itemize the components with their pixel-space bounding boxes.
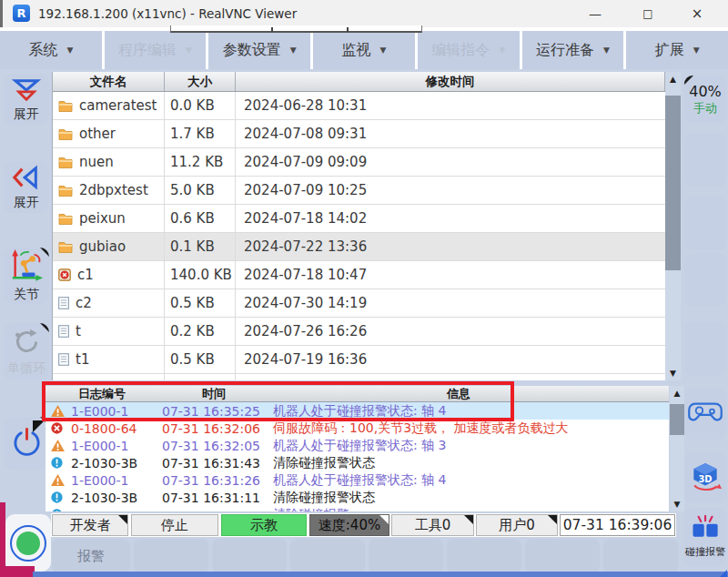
file-name-cell[interactable]: t xyxy=(53,318,165,345)
file-time-cell: 2024-07-19 16:36 xyxy=(236,346,665,373)
chevron-down-icon: ▼ xyxy=(603,46,610,55)
scroll-thumb[interactable] xyxy=(670,404,684,435)
folder-icon xyxy=(58,128,73,140)
gamepad-button[interactable] xyxy=(684,389,726,440)
menu-参数设置[interactable]: 参数设置▼ xyxy=(208,31,310,69)
scroll-up-icon[interactable]: ▲ xyxy=(670,72,676,86)
file-name-cell[interactable]: peixun xyxy=(53,205,165,232)
log-row[interactable]: 1-E000-107-31 16:35:25机器人处于碰撞报警状态: 轴 4 xyxy=(46,402,669,420)
speed-button[interactable]: 速度:40% xyxy=(309,514,389,536)
right-empty-button[interactable] xyxy=(684,197,726,250)
file-scrollbar[interactable]: ▲ ▼ xyxy=(665,72,681,380)
log-row[interactable]: 1-E000-107-31 16:31:26机器人处于碰撞报警状态: 轴 4 xyxy=(46,471,669,489)
log-row[interactable]: 0-1800-6407-31 16:32:06伺服故障码：100,关节3过载， … xyxy=(46,420,669,437)
file-name: t xyxy=(76,323,81,339)
maximize-button[interactable]: □ xyxy=(628,0,668,27)
file-column-header[interactable]: 文件名 xyxy=(53,72,165,91)
bottom-empty-button[interactable] xyxy=(603,539,678,573)
file-name-cell[interactable]: other xyxy=(53,120,165,147)
menu-label: 运行准备 xyxy=(536,41,594,60)
file-column-header[interactable]: 大小 xyxy=(165,72,236,91)
menu-系统[interactable]: 系统▼ xyxy=(0,31,102,69)
stop-button[interactable]: 停止 xyxy=(131,514,218,536)
file-name-cell[interactable]: nuen xyxy=(53,148,165,176)
file-name-cell[interactable]: gubiao xyxy=(53,233,165,260)
log-time: 07-31 16:32:05 xyxy=(162,439,273,453)
menu-编辑指令: 编辑指令▼ xyxy=(418,31,520,69)
locked-icon xyxy=(58,268,71,281)
menu-监视[interactable]: 监视▼ xyxy=(313,31,415,69)
log-time: 07-31 16:31:43 xyxy=(162,456,273,471)
close-button[interactable]: × xyxy=(677,0,717,27)
file-name-cell[interactable]: cameratest xyxy=(53,92,165,119)
view-3d-button[interactable]: 3D xyxy=(684,452,726,503)
menubar: 系统▼程序编辑▼参数设置▼监视▼编辑指令▼运行准备▼扩展▼ xyxy=(0,27,728,69)
file-name-cell[interactable]: c1 xyxy=(53,261,165,288)
speed-mode-button[interactable]: 40%手动 xyxy=(684,76,726,123)
teach-mode-button[interactable]: 示教 xyxy=(221,514,307,536)
file-row-t[interactable]: t0.2 KB2024-07-26 16:26 xyxy=(53,318,665,346)
file-row-gubiao[interactable]: gubiao0.1 KB2024-07-22 13:36 xyxy=(53,233,665,261)
file-time-cell: 2024-07-09 09:09 xyxy=(236,148,665,176)
file-name-cell[interactable]: test_chao xyxy=(53,374,165,380)
error-icon xyxy=(51,422,71,434)
file-row-other[interactable]: other1.7 KB2024-07-08 09:31 xyxy=(53,120,665,148)
scroll-thumb[interactable] xyxy=(665,96,681,270)
file-row-peixun[interactable]: peixun0.6 KB2024-07-18 14:02 xyxy=(53,205,665,233)
bottom-empty-button[interactable] xyxy=(290,539,365,573)
3d-rotate-icon: 3D xyxy=(688,461,723,495)
file-row-t1[interactable]: t10.5 KB2024-07-19 16:36 xyxy=(53,346,665,374)
file-row-c2[interactable]: c20.5 KB2024-07-30 14:19 xyxy=(53,289,665,318)
green-start-icon xyxy=(10,525,46,562)
menu-扩展[interactable]: 扩展▼ xyxy=(626,31,728,69)
bottom-empty-button[interactable] xyxy=(134,539,208,573)
log-scrollbar[interactable]: ▲ ▼ xyxy=(670,386,684,511)
log-column-header[interactable]: 日志编号 xyxy=(46,386,158,401)
log-column-header[interactable]: 时间 xyxy=(158,386,269,401)
start-button[interactable] xyxy=(5,514,51,572)
info-icon xyxy=(51,509,71,511)
right-empty-button[interactable] xyxy=(684,253,726,306)
file-size-cell: 0.1 KB xyxy=(165,233,236,260)
scroll-down-icon[interactable]: ▼ xyxy=(670,366,676,380)
bottom-empty-button[interactable] xyxy=(447,539,521,573)
file-row-2dbpxtest[interactable]: 2dbpxtest5.0 KB2024-07-09 10:25 xyxy=(53,177,665,205)
window-title: 192.168.1.200 (x11vnc) - RealVNC Viewer xyxy=(38,0,297,27)
file-column-header[interactable]: 修改时间 xyxy=(236,72,665,91)
menu-label: 监视 xyxy=(342,41,371,60)
file-row-cameratest[interactable]: cameratest0.0 KB2024-06-28 10:31 xyxy=(53,92,665,120)
minimize-button[interactable]: — xyxy=(575,0,615,27)
tool-button[interactable]: 工具0 xyxy=(391,514,474,536)
file-row-test_chao[interactable]: test_chao2.4 KB2024-07-19 15:59 xyxy=(53,374,665,380)
log-row[interactable]: 2-1030-3B07-31 16:31:11清除碰撞报警状态 xyxy=(46,489,669,506)
scroll-up-icon[interactable]: ▲ xyxy=(674,386,681,400)
file-time-cell: 2024-07-30 14:19 xyxy=(236,289,665,317)
sidebar-expand-down-button[interactable]: 展开 xyxy=(4,74,49,126)
bottom-empty-button[interactable] xyxy=(212,539,287,573)
menu-运行准备[interactable]: 运行准备▼ xyxy=(522,31,624,69)
right-empty-button[interactable] xyxy=(684,133,726,187)
collision-alarm-button[interactable]: 碰撞报警 xyxy=(684,508,726,566)
alarm-button[interactable]: 报警 xyxy=(52,539,130,573)
file-row-nuen[interactable]: nuen11.2 KB2024-07-09 09:09 xyxy=(53,148,665,177)
file-name-cell[interactable]: t1 xyxy=(53,346,165,373)
bottom-empty-button[interactable] xyxy=(525,539,600,573)
log-row[interactable]: 清除碰撞报警 xyxy=(46,506,669,511)
file-name-cell[interactable]: 2dbpxtest xyxy=(53,177,165,204)
file-name-cell[interactable]: c2 xyxy=(53,289,165,317)
log-row[interactable]: 1-E000-107-31 16:32:05机器人处于碰撞报警状态: 轴 3 xyxy=(46,437,669,454)
sidebar-expand-left-button[interactable]: 展开 xyxy=(4,161,49,213)
info-icon xyxy=(51,457,71,469)
right-empty-button[interactable] xyxy=(684,321,726,376)
scroll-down-icon[interactable]: ▼ xyxy=(674,497,681,511)
bottom-empty-button[interactable] xyxy=(369,539,443,573)
file-row-c1[interactable]: c1140.0 KB2024-07-18 10:47 xyxy=(53,261,665,289)
sidebar-joint-button[interactable]: 关节 xyxy=(4,248,49,304)
log-row[interactable]: 2-1030-3B07-31 16:31:43清除碰撞报警状态 xyxy=(46,454,669,471)
sidebar-button-label: 关节 xyxy=(14,287,39,303)
user-button[interactable]: 用户0 xyxy=(476,514,558,536)
folder-icon xyxy=(58,185,73,197)
log-column-header[interactable]: 信息 xyxy=(269,386,669,401)
mode-developer-button[interactable]: 开发者 xyxy=(52,514,128,536)
menu-程序编辑: 程序编辑▼ xyxy=(105,31,207,69)
